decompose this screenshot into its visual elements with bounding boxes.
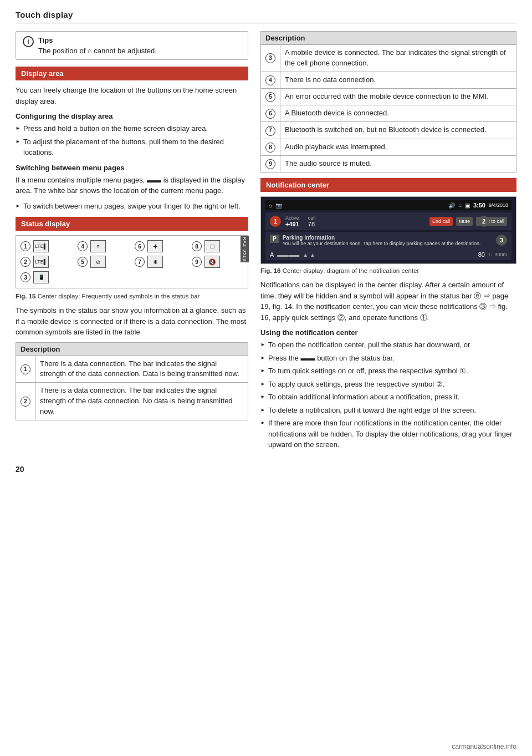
parking-title: Parking information bbox=[283, 235, 481, 241]
row-desc: The audio source is muted. bbox=[280, 155, 516, 172]
row-desc: A Bluetooth device is connected. bbox=[280, 105, 516, 122]
topbar-left-icons: ⌂ 📷 bbox=[269, 202, 282, 209]
row-num: 8 bbox=[261, 139, 280, 155]
parking-p-icon: P bbox=[270, 235, 279, 243]
topbar-right-icons: 🔊 ≈ ▣ 3:50 9/4/2018 bbox=[448, 202, 508, 209]
table1-header: Description bbox=[16, 342, 248, 356]
list-item: Press and hold a button on the home scre… bbox=[16, 123, 248, 134]
table-row: 6A Bluetooth device is connected. bbox=[261, 105, 516, 122]
row-desc: An error occurred with the mobile device… bbox=[280, 88, 516, 105]
table-row: 4There is no data connection. bbox=[261, 72, 516, 88]
status-cell-4: 4 ≡ bbox=[78, 240, 129, 252]
tips-box: i Tips The position of ⌂ cannot be adjus… bbox=[16, 31, 248, 60]
mute-button[interactable]: Mute bbox=[456, 217, 473, 226]
bluetooth-icon: ✦ bbox=[147, 240, 163, 252]
row-desc: Bluetooth is switched on, but no Bluetoo… bbox=[280, 122, 516, 139]
list-item: If there are more than four notification… bbox=[260, 418, 516, 450]
notif-date: 9/4/2018 bbox=[489, 202, 508, 208]
status-grid: 1 LTE▌ 4 ≡ 6 ✦ 8 □ 2 LTE▌ bbox=[21, 240, 243, 283]
status-cell-9: 9 🔇 bbox=[192, 256, 243, 268]
status-cell-6: 6 ✦ bbox=[135, 240, 186, 252]
home-icon: ⌂ bbox=[269, 202, 272, 209]
configuring-list: Press and hold a button on the home scre… bbox=[16, 123, 248, 158]
list-item: To turn quick settings on or off, press … bbox=[260, 366, 516, 377]
bottom-icons: ▲ ▲ bbox=[303, 252, 315, 258]
call-number: +491 bbox=[285, 221, 299, 227]
status-cell-2: 2 LTE▌ bbox=[21, 256, 72, 268]
parking-desc: You will be at your destination soon. Ta… bbox=[283, 241, 481, 246]
notification-center-body: Notifications can be displayed in the ce… bbox=[260, 280, 516, 323]
row-num: 5 bbox=[261, 88, 280, 105]
fig15-caption: Fig. 15 Center display: Frequently used … bbox=[16, 293, 248, 300]
call-info: Active +491 bbox=[285, 215, 299, 227]
notif-bottom-row: A ▬▬▬▬ ▲ ▲ 80 ↑↓ 300m bbox=[265, 249, 511, 260]
wifi-icon: ≈ bbox=[458, 202, 462, 209]
page-number: 20 bbox=[16, 465, 516, 474]
notif-content-area: 1 Active +491 call 78 End call Mute B bbox=[265, 212, 511, 260]
display-area-header: Display area bbox=[16, 67, 248, 80]
right-column: Description 3A mobile device is connecte… bbox=[260, 31, 516, 455]
circle-4: 4 bbox=[78, 241, 88, 251]
notif-screen: ⌂ 📷 🔊 ≈ ▣ 3:50 9/4/2018 1 bbox=[261, 197, 516, 263]
circle-3: 3 bbox=[21, 272, 30, 282]
bottom-arrows: ↑↓ 300m bbox=[488, 252, 507, 257]
no-signal-icon: ≡ bbox=[90, 240, 106, 252]
row-desc: There is no data connection. bbox=[280, 72, 516, 88]
left-column: i Tips The position of ⌂ cannot be adjus… bbox=[16, 31, 248, 455]
list-item: To obtain additional information about a… bbox=[260, 392, 516, 403]
row-num: 1 bbox=[16, 356, 35, 383]
muted-icon: 🔇 bbox=[204, 256, 220, 268]
tips-label: Tips bbox=[38, 36, 157, 44]
list-item: Press the ▬▬ button on the status bar. bbox=[260, 353, 516, 364]
row-desc: A mobile device is connected. The bar in… bbox=[280, 45, 516, 72]
using-notification-heading: Using the notification center bbox=[260, 328, 516, 337]
camera-icon: 📷 bbox=[275, 202, 282, 209]
using-notification-list: To open the notification center, pull th… bbox=[260, 339, 516, 450]
notif-topbar: ⌂ 📷 🔊 ≈ ▣ 3:50 9/4/2018 bbox=[265, 200, 511, 210]
row-num: 4 bbox=[261, 72, 280, 88]
table-row: 9The audio source is muted. bbox=[261, 155, 516, 172]
call-buttons: End call Mute Back to call bbox=[429, 217, 507, 226]
status-cell-3: 3 📱 bbox=[21, 271, 72, 283]
status-display-image: 1 LTE▌ 4 ≡ 6 ✦ 8 □ 2 LTE▌ bbox=[16, 235, 248, 288]
notification-center-header: Notification center bbox=[260, 178, 516, 192]
bottom-a-label: A bbox=[270, 251, 274, 258]
status-cell-5: 5 ⊘ bbox=[78, 256, 129, 268]
notif-bottom-left: A ▬▬▬▬ ▲ ▲ bbox=[270, 251, 315, 258]
row-num: 2 bbox=[16, 383, 35, 420]
call-count-label: call bbox=[308, 215, 316, 221]
list-item: To switch between menu pages, swipe your… bbox=[16, 201, 248, 212]
status-cell-8: 8 □ bbox=[192, 240, 243, 252]
table-row: 2There is a data connection. The bar ind… bbox=[16, 383, 248, 420]
fig16-caption: Fig. 16 Center display: diagram of the n… bbox=[260, 267, 516, 274]
circle-9: 9 bbox=[192, 257, 202, 267]
circle-8: 8 bbox=[192, 241, 202, 251]
error-icon: ⊘ bbox=[90, 256, 106, 268]
row-num: 3 bbox=[261, 45, 280, 72]
row-num: 7 bbox=[261, 122, 280, 139]
audio-interrupted-icon: □ bbox=[204, 240, 220, 252]
notif-circle-1: 1 bbox=[270, 216, 281, 227]
circle-6: 6 bbox=[135, 241, 145, 251]
circle-7: 7 bbox=[135, 257, 145, 267]
table2: Description 3A mobile device is connecte… bbox=[260, 31, 516, 172]
info-icon: i bbox=[23, 36, 34, 47]
notification-screen-image: ⌂ 📷 🔊 ≈ ▣ 3:50 9/4/2018 1 bbox=[260, 196, 516, 264]
status-display-header: Status display bbox=[16, 217, 248, 231]
circle-1: 1 bbox=[21, 241, 30, 251]
raz-label: RAZ-0513 bbox=[241, 236, 249, 262]
notif-call-row: 1 Active +491 call 78 End call Mute B bbox=[265, 212, 511, 230]
list-item: To apply quick settings, press the respe… bbox=[260, 379, 516, 390]
end-call-button[interactable]: End call bbox=[429, 217, 453, 226]
screen-icon: ▣ bbox=[465, 202, 470, 209]
call-count-num: 78 bbox=[308, 221, 316, 227]
table-row: 8Audio playback was interrupted. bbox=[261, 139, 516, 155]
notif-time: 3:50 bbox=[473, 202, 485, 209]
configuring-heading: Configuring the display area bbox=[16, 112, 248, 120]
circle-5: 5 bbox=[78, 257, 88, 267]
lte-signal2-icon: LTE▌ bbox=[33, 256, 49, 268]
table-row: 3A mobile device is connected. The bar i… bbox=[261, 45, 516, 72]
circle-2: 2 bbox=[21, 257, 30, 267]
table-row: 1There is a data connection. The bar ind… bbox=[16, 356, 248, 383]
switching-list: To switch between menu pages, swipe your… bbox=[16, 201, 248, 212]
